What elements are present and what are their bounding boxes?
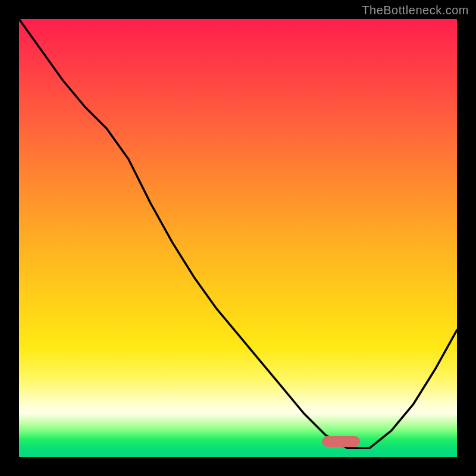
watermark-text: TheBottleneck.com <box>362 4 469 17</box>
chart-frame: TheBottleneck.com <box>0 0 476 476</box>
bottleneck-curve <box>19 19 457 457</box>
plot-area <box>19 19 457 457</box>
optimal-marker <box>322 436 360 447</box>
